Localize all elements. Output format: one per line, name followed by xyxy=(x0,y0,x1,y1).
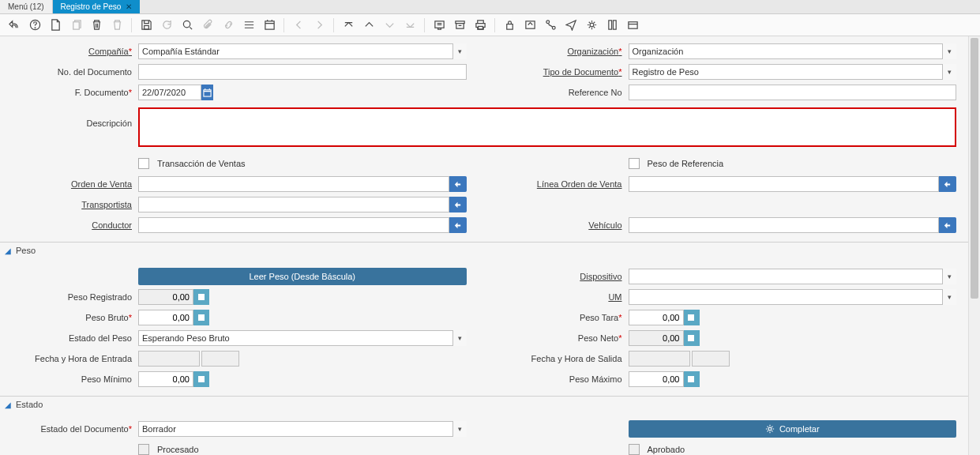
descripcion-textarea[interactable] xyxy=(138,107,956,147)
um-label: UM xyxy=(490,292,629,302)
estadodoc-select[interactable]: Borrador xyxy=(138,421,467,437)
link-button[interactable] xyxy=(219,17,238,34)
svg-rect-15 xyxy=(613,21,616,29)
svg-point-4 xyxy=(183,21,190,27)
estadopeso-label: Estado del Peso xyxy=(0,333,138,343)
calc-icon[interactable] xyxy=(193,371,209,387)
svg-rect-18 xyxy=(198,294,205,300)
parent-top-button[interactable] xyxy=(339,17,358,34)
fhentrada-date[interactable] xyxy=(138,351,200,367)
transportista-input[interactable] xyxy=(138,197,449,212)
pesoneto-input[interactable] xyxy=(629,330,684,346)
attach-button[interactable] xyxy=(198,17,217,34)
transventas-checkbox[interactable] xyxy=(138,158,149,169)
send-button[interactable] xyxy=(561,17,580,34)
calc-icon[interactable] xyxy=(684,330,700,346)
svg-point-13 xyxy=(590,23,594,27)
svg-rect-17 xyxy=(203,89,210,96)
collapse-icon: ◢ xyxy=(5,246,11,255)
collapse-icon: ◢ xyxy=(5,400,11,409)
tab-registro-de-peso[interactable]: Registro de Peso ✕ xyxy=(53,0,141,13)
detail-bottom-button[interactable] xyxy=(400,17,419,34)
pesomin-input[interactable] xyxy=(138,371,193,387)
help-button[interactable] xyxy=(25,17,44,34)
save-button[interactable] xyxy=(137,17,156,34)
nodoc-input[interactable] xyxy=(138,64,467,80)
pesobruto-label: Peso Bruto* xyxy=(0,313,138,322)
tab-bar: Menú (12) Registro de Peso ✕ xyxy=(0,0,980,14)
dispositivo-select[interactable] xyxy=(629,269,957,284)
organizacion-select[interactable]: Organización xyxy=(629,43,957,59)
svg-point-12 xyxy=(552,26,555,29)
lineaorden-input[interactable] xyxy=(629,176,940,192)
nav-first-button[interactable] xyxy=(289,17,308,34)
calc-icon[interactable] xyxy=(684,371,700,387)
pesomax-input[interactable] xyxy=(629,371,684,387)
calendar-button[interactable] xyxy=(260,17,279,34)
detail-button[interactable] xyxy=(380,17,399,34)
conductor-label: Conductor xyxy=(0,220,138,230)
nav-last-button[interactable] xyxy=(310,17,329,34)
compania-select[interactable]: Compañía Estándar xyxy=(138,43,467,59)
fhsalida-time[interactable] xyxy=(692,351,730,367)
estadopeso-select[interactable]: Esperando Peso Bruto xyxy=(138,330,467,346)
grid-button[interactable] xyxy=(239,17,258,34)
delete-button[interactable] xyxy=(87,17,106,34)
scrollbar[interactable] xyxy=(968,36,980,455)
pesoreg-input[interactable] xyxy=(138,289,193,305)
fhentrada-time[interactable] xyxy=(201,351,239,367)
vehiculo-input[interactable] xyxy=(629,217,940,233)
lookup-icon[interactable] xyxy=(939,217,956,233)
pesoref-label: Peso de Referencia xyxy=(648,159,724,168)
lookup-icon[interactable] xyxy=(449,217,467,233)
calc-icon[interactable] xyxy=(684,310,700,325)
customize-button[interactable] xyxy=(623,17,642,34)
undo-button[interactable] xyxy=(5,17,24,34)
completar-button[interactable]: Completar xyxy=(629,420,957,438)
calendar-icon[interactable] xyxy=(201,85,213,100)
close-icon[interactable]: ✕ xyxy=(126,2,132,11)
section-peso[interactable]: ◢ Peso xyxy=(0,242,980,258)
lookup-icon[interactable] xyxy=(939,176,956,192)
workflow-button[interactable] xyxy=(541,17,560,34)
parent-button[interactable] xyxy=(359,17,378,34)
svg-rect-7 xyxy=(455,21,464,24)
copy-button[interactable] xyxy=(66,17,85,34)
tipodoc-select[interactable]: Registro de Peso xyxy=(629,64,957,80)
new-button[interactable] xyxy=(46,17,65,34)
estadodoc-label: Estado del Documento* xyxy=(0,424,138,434)
info-button[interactable] xyxy=(603,17,621,34)
pesomax-label: Peso Máximo xyxy=(490,374,629,384)
ordenventa-input[interactable] xyxy=(138,176,449,192)
print-button[interactable] xyxy=(471,17,490,34)
delete2-button[interactable] xyxy=(107,17,126,34)
fdoc-label: F. Documento* xyxy=(0,88,138,97)
conductor-input[interactable] xyxy=(138,217,449,233)
svg-rect-16 xyxy=(628,22,636,28)
fdoc-input[interactable] xyxy=(138,85,201,100)
calc-icon[interactable] xyxy=(193,289,209,305)
refresh-button[interactable] xyxy=(157,17,176,34)
svg-rect-5 xyxy=(265,21,273,29)
lock-button[interactable] xyxy=(500,17,519,34)
fhsalida-date[interactable] xyxy=(629,351,690,367)
calc-icon[interactable] xyxy=(193,310,209,325)
lookup-icon[interactable] xyxy=(449,176,467,192)
archive-button[interactable] xyxy=(450,17,469,34)
tab-menu[interactable]: Menú (12) xyxy=(0,0,53,13)
pesobruto-input[interactable] xyxy=(138,310,193,325)
scrollbar-thumb[interactable] xyxy=(971,38,978,299)
um-select[interactable] xyxy=(629,289,957,305)
svg-rect-2 xyxy=(73,22,79,29)
aprobado-label: Aprobado xyxy=(648,445,685,454)
process-button[interactable] xyxy=(582,17,601,34)
leer-peso-button[interactable]: Leer Peso (Desde Báscula) xyxy=(138,268,467,285)
search-button[interactable] xyxy=(178,17,197,34)
report-button[interactable] xyxy=(430,17,449,34)
lookup-icon[interactable] xyxy=(449,197,467,212)
pesoref-checkbox[interactable] xyxy=(629,158,640,169)
zoom-across-button[interactable] xyxy=(520,17,539,34)
pesotara-input[interactable] xyxy=(629,310,684,325)
refno-input[interactable] xyxy=(629,85,957,100)
section-estado[interactable]: ◢ Estado xyxy=(0,396,980,412)
